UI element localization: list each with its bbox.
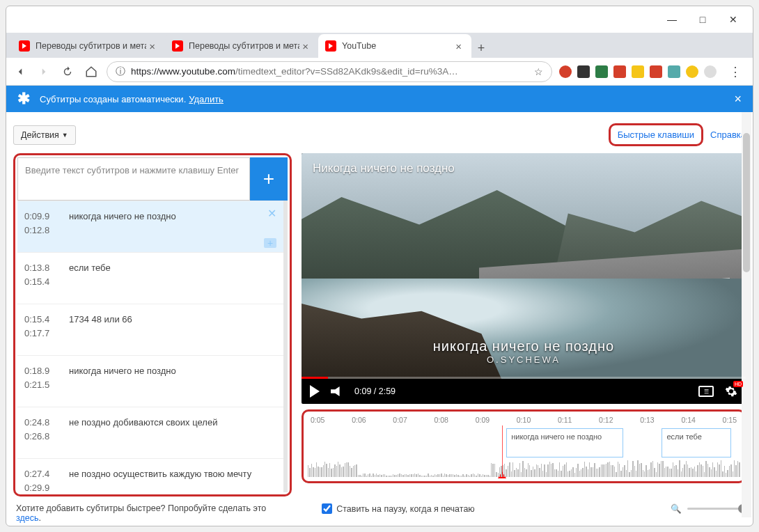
actions-dropdown[interactable]: Действия ▼ (13, 125, 76, 145)
subtitle-item[interactable]: 0:27.40:29.9 не поздно осуществить кажду… (17, 458, 283, 492)
extension-icon[interactable] (559, 65, 572, 78)
video-caption-overlay: никогда ничего не поздно O.SYCHEWA (433, 338, 614, 365)
delete-subtitle-icon[interactable]: ✕ (267, 207, 276, 220)
help-link[interactable]: Справка (710, 130, 746, 140)
subtitle-times[interactable]: 0:13.80:15.4 (24, 261, 65, 288)
extensions (559, 65, 717, 78)
captions-icon[interactable]: ☰ (698, 386, 714, 397)
subtitle-times[interactable]: 0:18.90:21.5 (24, 364, 65, 391)
video-panel: Никогда ничего не поздно никогда ничего … (302, 153, 746, 496)
site-info-icon[interactable]: ⓘ (116, 65, 125, 78)
extension-icon[interactable] (613, 65, 626, 78)
footer-link[interactable]: здесь (16, 513, 38, 523)
extension-icon[interactable] (668, 65, 680, 78)
url-bar[interactable]: ⓘ https://www.youtube.com /timedtext_edi… (107, 61, 552, 82)
pause-checkbox-input[interactable] (322, 503, 332, 514)
youtube-icon (19, 40, 30, 52)
subtitle-times[interactable]: 0:27.40:29.9 (24, 467, 65, 492)
bookmark-icon[interactable]: ☆ (534, 66, 543, 77)
toolbar: Действия ▼ Быстрые клавиши Справка (13, 123, 746, 146)
subtitle-times[interactable]: 0:24.80:26.8 (24, 416, 65, 443)
notice-text: Субтитры созданы автоматически. (40, 94, 186, 104)
zoom-control[interactable]: 🔍 (671, 503, 743, 514)
video-time: 0:09 / 2:59 (354, 386, 396, 396)
hotkeys-link[interactable]: Быстрые клавиши (609, 123, 703, 146)
pause-checkbox[interactable]: Ставить на паузу, когда я печатаю (322, 503, 475, 514)
chevron-down-icon: ▼ (62, 132, 68, 139)
close-icon[interactable]: × (453, 40, 464, 52)
close-window-button[interactable]: ✕ (718, 9, 749, 30)
extension-icon[interactable] (650, 65, 662, 78)
subtitle-times[interactable]: 0:09.9 0:12.8 (24, 210, 65, 237)
timeline-ticks: 0:050:060:070:080:090:100:110:120:130:14… (308, 414, 740, 425)
timeline-clip[interactable]: если тебе (662, 428, 730, 457)
notice-bar: ✱ Субтитры созданы автоматически. Удалит… (6, 86, 753, 112)
extension-icon[interactable] (595, 65, 608, 78)
video-controls: 0:09 / 2:59 ☰ HD (302, 379, 746, 404)
close-icon[interactable]: × (299, 40, 311, 52)
subtitle-item[interactable]: 0:24.80:26.8 не поздно добиваются своих … (17, 407, 283, 458)
back-button[interactable] (12, 63, 29, 80)
subtitle-item[interactable]: 0:13.80:15.4 если тебе (17, 252, 283, 304)
browser-window: — □ ✕ Переводы субтитров и метадан × Пер… (6, 6, 753, 526)
extension-icon[interactable] (686, 65, 698, 78)
home-button[interactable] (83, 63, 100, 80)
subtitle-text[interactable]: не поздно добиваются своих целей (65, 416, 276, 443)
timeline-track[interactable]: никогда ничего не поздно если тебе (308, 425, 740, 477)
subtitle-times[interactable]: 0:15.40:17.7 (24, 313, 65, 340)
subtitle-list[interactable]: 0:09.9 0:12.8 никогда ничего не поздно ✕… (17, 201, 288, 492)
subtitle-item[interactable]: 0:09.9 0:12.8 никогда ничего не поздно ✕… (17, 201, 283, 252)
subtitle-panel: Введите текст субтитров и нажмите клавиш… (13, 153, 292, 496)
new-tab-button[interactable]: + (471, 38, 491, 58)
address-bar-row: ⓘ https://www.youtube.com /timedtext_edi… (6, 58, 753, 86)
video-frame (302, 153, 746, 404)
footer: Хотите добавить субтитры быстрее? Попроб… (13, 496, 746, 523)
subtitle-text[interactable]: 1734 48 или 66 (65, 313, 276, 340)
zoom-out-icon[interactable]: 🔍 (671, 503, 682, 514)
subtitle-input[interactable]: Введите текст субтитров и нажмите клавиш… (17, 157, 250, 201)
minimize-button[interactable]: — (657, 9, 687, 30)
hd-badge: HD (733, 381, 743, 387)
tab-title: YouTube (342, 41, 453, 51)
url-path: /timedtext_editor?v=SSd82AKdk9s&edit_id=… (235, 66, 534, 77)
subtitle-text[interactable]: не поздно осуществить каждую твою мечту (65, 467, 276, 492)
tab-3[interactable]: YouTube × (318, 34, 471, 58)
settings-icon[interactable]: HD (725, 385, 737, 398)
timeline-clip[interactable]: никогда ничего не поздно (506, 428, 623, 457)
subtitle-item[interactable]: 0:18.90:21.5 никогда ничего не поздно (17, 355, 283, 407)
main-row: Введите текст субтитров и нажмите клавиш… (13, 153, 746, 496)
subtitle-text[interactable]: никогда ничего не поздно (65, 210, 276, 237)
tab-1[interactable]: Переводы субтитров и метадан × (12, 34, 165, 58)
avatar-icon[interactable] (704, 65, 717, 78)
close-icon[interactable]: × (146, 40, 158, 52)
subtitle-item[interactable]: 0:15.40:17.7 1734 48 или 66 (17, 304, 283, 355)
subtitle-input-row: Введите текст субтитров и нажмите клавиш… (17, 157, 288, 201)
notice-delete-link[interactable]: Удалить (189, 94, 224, 104)
subtitle-text[interactable]: никогда ничего не поздно (65, 364, 276, 391)
asterisk-icon: ✱ (17, 90, 30, 108)
tab-2[interactable]: Переводы субтитров и метадан × (165, 34, 318, 58)
menu-button[interactable]: ⋮ (723, 64, 747, 79)
video-player[interactable]: Никогда ничего не поздно никогда ничего … (302, 153, 746, 404)
subtitle-text[interactable]: если тебе (65, 261, 276, 288)
footer-hint: Хотите добавить субтитры быстрее? Попроб… (16, 503, 266, 523)
video-title: Никогда ничего не поздно (313, 162, 455, 175)
notice-close-button[interactable]: × (734, 92, 742, 107)
youtube-icon (172, 40, 183, 52)
add-subtitle-button[interactable]: + (250, 157, 288, 201)
tab-strip: Переводы субтитров и метадан × Переводы … (6, 33, 753, 58)
extension-icon[interactable] (632, 65, 644, 78)
tab-title: Переводы субтитров и метадан (189, 41, 299, 51)
url-host: https://www.youtube.com (131, 66, 235, 77)
insert-subtitle-icon[interactable]: + (264, 238, 276, 248)
volume-icon[interactable] (331, 386, 343, 396)
reload-button[interactable] (59, 63, 76, 80)
play-icon[interactable] (310, 385, 320, 398)
maximize-button[interactable]: □ (687, 9, 718, 30)
timeline[interactable]: 0:050:060:070:080:090:100:110:120:130:14… (302, 409, 746, 483)
waveform (308, 456, 740, 477)
zoom-slider[interactable] (687, 508, 743, 510)
forward-button[interactable] (36, 63, 52, 80)
page-scrollbar[interactable] (742, 112, 751, 517)
extension-icon[interactable] (577, 65, 590, 78)
